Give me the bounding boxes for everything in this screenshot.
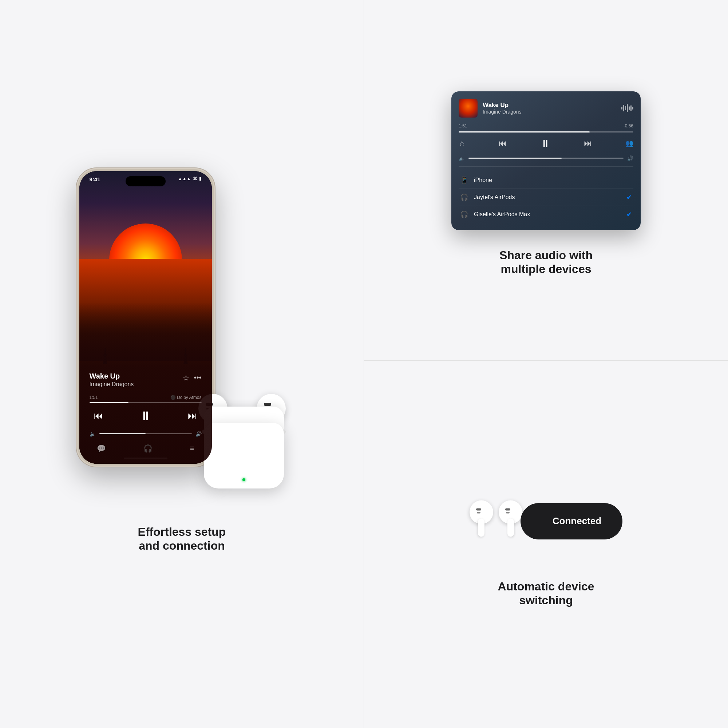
queue-tab-icon[interactable]: ≡ [190, 444, 194, 453]
bud-dot-right [505, 508, 510, 510]
card-time-elapsed: 1:51 [459, 123, 467, 128]
card-pause-button[interactable]: ⏸ [540, 138, 551, 150]
share-caption-line1: Share audio with [499, 248, 593, 262]
connected-ap-left-stem [478, 518, 485, 537]
bud-dot2-right [506, 512, 509, 513]
connected-pill: Connected [520, 503, 622, 540]
connected-airpods [470, 500, 522, 542]
rewind-button[interactable]: ⏮ [90, 407, 108, 425]
card-song-info: Wake Up Imagine Dragons [483, 102, 616, 115]
connected-ap-right [499, 500, 522, 542]
volume-bar[interactable] [99, 433, 192, 434]
bottom-tabs: 💬 🎧 ≡ [90, 444, 202, 453]
phone-controls-row: ⏮ ⏸ ⏭ [90, 407, 202, 425]
pause-button[interactable]: ⏸ [136, 407, 155, 425]
wave-bar-7 [632, 107, 633, 110]
card-album-art [459, 99, 477, 118]
left-caption: Effortless setup and connection [138, 525, 226, 553]
connected-label: Connected [541, 515, 601, 527]
card-rewind-button[interactable]: ⏮ [499, 139, 507, 148]
progress-info: 1:51 ⚫ Dolby Atmos [90, 395, 202, 400]
wave-bar-4 [627, 104, 628, 112]
music-ui: Wake Up Imagine Dragons ☆ ••• 1:51 [80, 303, 212, 463]
device-airpods-1[interactable]: 🎧 Jaytel's AirPods ✔ [459, 189, 633, 206]
card-volume-row: 🔈 🔊 [459, 155, 633, 161]
wave-bar-2 [623, 105, 624, 112]
card-waveform [621, 104, 633, 112]
progress-bar-fill [90, 402, 129, 403]
dolby-badge: ⚫ Dolby Atmos [170, 395, 202, 400]
card-controls: ☆ ⏮ ⏸ ⏭ 👥 [459, 138, 633, 150]
card-time-row: 1:51 -0:56 [459, 123, 633, 128]
time-elapsed: 1:51 [90, 395, 98, 400]
battery-icon: ▮ [199, 176, 202, 181]
auto-switch-caption: Automatic device switching [498, 580, 594, 607]
device-airpods1-check: ✔ [626, 193, 632, 201]
device-iphone[interactable]: 📱 iPhone [459, 172, 633, 189]
phone-airpods-scene: 9:41 ▲▲▲ ⌘ ▮ Wake Up Imagine Dragons [69, 168, 295, 496]
volume-high-icon: 🔊 [196, 431, 202, 437]
music-share-card: Wake Up Imagine Dragons 1:51 [451, 91, 641, 230]
bud-dot-left [476, 508, 481, 510]
card-time-remaining: -0:56 [624, 123, 633, 128]
chat-tab-icon[interactable]: 💬 [97, 444, 106, 453]
device-airpods1-icon: 🎧 [460, 193, 469, 201]
card-progress-fill [459, 132, 590, 133]
volume-low-icon: 🔈 [90, 431, 96, 437]
left-caption-line1: Effortless setup [138, 525, 226, 539]
card-volume-bar[interactable] [468, 158, 624, 159]
device-airpods-max[interactable]: 🎧 Giselle's AirPods Max ✔ [459, 206, 633, 223]
wave-bar-5 [629, 106, 630, 110]
wave-bar-3 [625, 106, 626, 110]
bud-detail-right [264, 403, 271, 406]
right-bottom-section: Connected Automatic device switching [364, 361, 728, 728]
share-audio-caption: Share audio with multiple devices [499, 248, 593, 276]
connected-ap-left [470, 500, 495, 542]
device-airpods1-name: Jaytel's AirPods [474, 194, 626, 200]
device-airpodsmax-icon: 🎧 [460, 210, 469, 219]
left-caption-line2: and connection [138, 539, 226, 552]
device-iphone-icon: 📱 [460, 176, 469, 184]
card-vol-high-icon: 🔊 [627, 155, 633, 161]
progress-bar-bg[interactable] [90, 402, 202, 403]
left-panel: 9:41 ▲▲▲ ⌘ ▮ Wake Up Imagine Dragons [0, 0, 364, 728]
status-time: 9:41 [90, 176, 178, 182]
connected-ap-right-stem [508, 518, 514, 537]
favorite-icon[interactable]: ☆ [183, 373, 189, 382]
connected-scene: Connected [470, 481, 622, 561]
more-icon[interactable]: ••• [194, 373, 201, 382]
device-airpodsmax-name: Giselle's AirPods Max [474, 211, 626, 218]
phone-song-title: Wake Up [90, 372, 134, 380]
main-grid: 9:41 ▲▲▲ ⌘ ▮ Wake Up Imagine Dragons [0, 0, 728, 728]
bud-dot2-left [477, 512, 480, 513]
volume-bar-fill [99, 433, 145, 434]
iphone-screen: 9:41 ▲▲▲ ⌘ ▮ Wake Up Imagine Dragons [80, 171, 212, 464]
iphone-device: 9:41 ▲▲▲ ⌘ ▮ Wake Up Imagine Dragons [76, 168, 215, 466]
auto-switch-line1: Automatic device [498, 580, 594, 593]
card-vol-fill [468, 158, 562, 159]
device-iphone-name: iPhone [474, 177, 632, 184]
card-progress-bar[interactable] [459, 132, 633, 133]
card-divider [459, 166, 633, 167]
card-song-artist: Imagine Dragons [483, 109, 616, 115]
phone-artist: Imagine Dragons [90, 381, 134, 388]
right-panel: Wake Up Imagine Dragons 1:51 [364, 0, 728, 728]
card-share-button[interactable]: 👥 [626, 139, 633, 147]
auto-switch-line2: switching [498, 593, 594, 607]
card-forward-button[interactable]: ⏭ [584, 139, 592, 148]
share-caption-line2: multiple devices [499, 262, 593, 276]
forward-button[interactable]: ⏭ [184, 407, 202, 425]
device-airpodsmax-check: ✔ [626, 210, 632, 219]
card-header: Wake Up Imagine Dragons [459, 99, 633, 118]
card-vol-low-icon: 🔈 [459, 155, 465, 161]
status-bar: 9:41 ▲▲▲ ⌘ ▮ [80, 171, 212, 191]
headphones-tab-icon[interactable]: 🎧 [144, 444, 153, 453]
right-top-section: Wake Up Imagine Dragons 1:51 [364, 0, 728, 361]
case-led [242, 478, 245, 481]
card-song-title: Wake Up [483, 102, 616, 109]
wave-bar-1 [621, 107, 622, 110]
progress-bar-container: 1:51 ⚫ Dolby Atmos [90, 395, 202, 403]
signal-icon: ▲▲▲ [178, 176, 191, 181]
status-icons: ▲▲▲ ⌘ ▮ [178, 176, 202, 181]
card-star-button[interactable]: ☆ [459, 139, 465, 148]
